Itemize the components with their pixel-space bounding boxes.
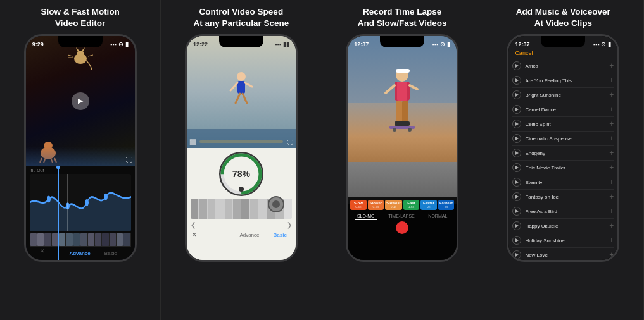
add-icon-4[interactable]: + (609, 120, 614, 128)
phone-notch-2 (219, 36, 263, 47)
track-title-7: Epic Movie Trailer (525, 165, 609, 171)
add-icon-13[interactable]: + (609, 251, 614, 259)
speed-handle[interactable] (239, 187, 244, 192)
panel-3: Record Time Lapse And Slow/Fast Videos 1… (322, 0, 483, 320)
fullscreen-icon[interactable]: ⛶ (126, 156, 132, 163)
phone4-screen: 12:37 ▪▪▪ ⊙ ▮ Cancel Africa + (508, 36, 617, 260)
filmstrip-2[interactable] (191, 199, 292, 219)
cancel-button[interactable]: Cancel (515, 50, 533, 56)
play-icon-11[interactable] (512, 221, 521, 230)
mode-timelapse[interactable]: TIME-LAPSE (386, 212, 417, 220)
panel-1: Slow & Fast Motion Video Editor 9:29 ▪▪▪… (0, 0, 161, 320)
add-icon-1[interactable]: + (609, 77, 614, 84)
phone3-screen: 12:37 ▪▪▪ ⊙ ▮ (348, 36, 457, 260)
jump-figure (219, 64, 263, 121)
filmstrip-nav: ❮ ❯ (191, 220, 292, 230)
play-icon-0[interactable] (512, 61, 521, 70)
play-icon-10[interactable] (512, 207, 521, 216)
svg-point-1 (77, 51, 84, 57)
add-icon-8[interactable]: + (609, 178, 614, 186)
record-button[interactable] (396, 221, 408, 234)
signal-icon-2: ▪▪▪ (275, 41, 281, 47)
add-icon-7[interactable]: + (609, 164, 614, 171)
music-item: Holiday Sunshine + (512, 233, 614, 248)
tab-advance[interactable]: Advance (65, 249, 94, 257)
play-icon-4[interactable] (512, 120, 521, 128)
time-3: 12:37 (354, 41, 369, 47)
left-arrow[interactable]: ❮ (191, 221, 196, 228)
play-icon-8[interactable] (512, 178, 521, 187)
panel-3-title: Record Time Lapse And Slow/Fast Videos (358, 6, 447, 29)
play-icon-1[interactable] (512, 76, 521, 85)
panel-4-title: Add Music & Voiceover At Video Clips (516, 6, 610, 29)
close-icon-1[interactable]: ✕ (40, 248, 45, 257)
video-preview-1: ▶ ⛶ (26, 36, 135, 166)
add-icon-0[interactable]: + (609, 62, 614, 70)
phone-frame-4: 12:37 ▪▪▪ ⊙ ▮ Cancel Africa + (507, 34, 619, 262)
close-icon-2[interactable]: ✕ (192, 231, 197, 238)
track-title-0: Africa (525, 63, 609, 69)
svg-line-20 (230, 83, 237, 90)
tab-bar-1: Advance Basic (65, 249, 120, 257)
add-icon-10[interactable]: + (609, 207, 614, 215)
waveform-area[interactable] (30, 174, 131, 231)
time-1: 9:29 (32, 41, 44, 47)
track-title-3: Camel Dance (525, 107, 609, 113)
panel-4: Add Music & Voiceover At Video Clips 12:… (483, 0, 644, 320)
wifi-icon: ⊙ (118, 41, 123, 47)
tab2-advance[interactable]: Advance (236, 231, 263, 239)
play-icon-13[interactable] (512, 250, 521, 259)
speed-slow[interactable]: Slow 0.5x (350, 200, 366, 210)
music-item: Fantasy on Ice + (512, 190, 614, 204)
track-title-11: Happy Ukulele (525, 223, 609, 229)
add-icon-2[interactable]: + (609, 91, 614, 99)
time-4: 12:37 (515, 41, 529, 47)
add-icon-5[interactable]: + (609, 135, 614, 142)
signal-icon-3: ▪▪▪ (432, 41, 439, 47)
music-list: Africa + Are You Feeling This + Bright S… (508, 59, 617, 260)
fullscreen-icon-2[interactable]: ⛶ (287, 139, 293, 145)
svg-rect-19 (237, 81, 245, 94)
speed-dial[interactable]: 78% (219, 152, 263, 196)
speed-slower[interactable]: Slower 0.2x (368, 200, 384, 210)
track-title-2: Bright Sunshine (525, 92, 609, 98)
play-button-1[interactable]: ▶ (72, 92, 89, 110)
svg-point-38 (408, 128, 412, 132)
speed-faster[interactable]: Faster 2x (420, 200, 436, 210)
play-icon-7[interactable] (512, 163, 521, 172)
add-icon-9[interactable]: + (609, 193, 614, 200)
svg-line-4 (68, 55, 73, 56)
speed-slowest[interactable]: Slowest 0.1x (385, 200, 402, 210)
add-icon-3[interactable]: + (609, 106, 614, 113)
add-icon-12[interactable]: + (609, 237, 614, 244)
mode-tabs: SLO-MO TIME-LAPSE NORMAL (350, 212, 454, 220)
back-icon-2[interactable]: ⬜ (189, 139, 196, 145)
tab2-basic[interactable]: Basic (270, 231, 291, 239)
battery-icon: ▮ (125, 41, 129, 47)
speed-fast[interactable]: Fast 1.5x (403, 200, 419, 210)
mode-slomo[interactable]: SLO-MO (355, 212, 377, 220)
play-icon-2[interactable] (512, 90, 521, 99)
speed-options: Slow 0.5x Slower 0.2x Slowest 0.1x Fast … (350, 200, 454, 210)
svg-point-13 (47, 196, 51, 203)
phone2-screen: 12:22 ▪▪▪ ▮▮ (187, 36, 296, 260)
tab-basic[interactable]: Basic (101, 249, 121, 257)
filmstrip-1 (30, 233, 131, 247)
track-title-1: Are You Feeling This (525, 78, 609, 83)
play-icon-3[interactable] (512, 105, 521, 114)
play-icon-12[interactable] (512, 236, 521, 245)
speed-fastest[interactable]: Fastest 4x (438, 200, 454, 210)
svg-line-6 (88, 55, 93, 56)
add-icon-11[interactable]: + (609, 222, 614, 230)
wifi-icon-4: ⊙ (601, 41, 606, 47)
mode-normal[interactable]: NORMAL (426, 212, 450, 220)
svg-line-23 (243, 94, 247, 103)
track-title-8: Eternity (525, 180, 609, 185)
music-item: New Love + (512, 248, 614, 260)
add-icon-6[interactable]: + (609, 149, 614, 157)
right-arrow[interactable]: ❯ (287, 221, 292, 228)
play-icon-6[interactable] (512, 149, 521, 157)
play-icon-9[interactable] (512, 192, 521, 201)
music-item: Happy Ukulele + (512, 219, 614, 233)
play-icon-5[interactable] (512, 134, 521, 143)
